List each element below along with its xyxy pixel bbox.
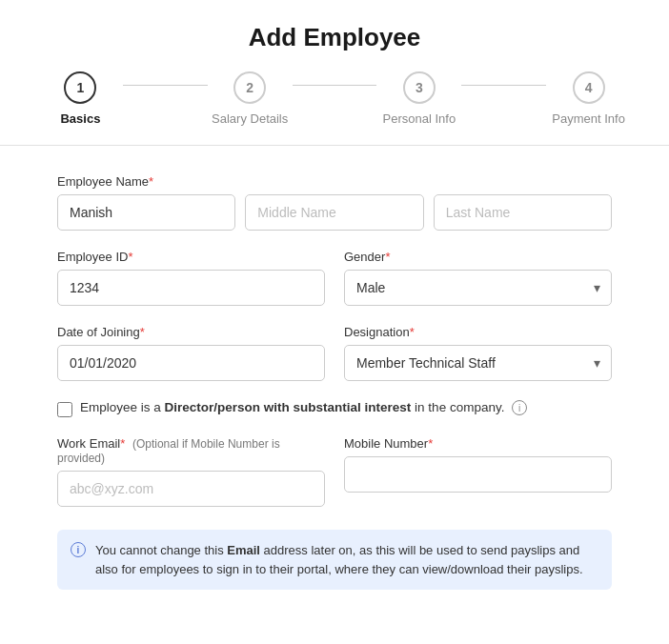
step-4-label: Payment Info xyxy=(552,111,625,126)
mobile-group: Mobile Number* xyxy=(344,436,612,507)
doj-label: Date of Joining* xyxy=(57,325,325,339)
step-line-1 xyxy=(123,85,208,86)
designation-label: Designation* xyxy=(344,325,612,339)
name-row xyxy=(57,194,612,231)
gender-group: Gender* Male Female Other xyxy=(344,250,612,306)
section-divider xyxy=(0,145,669,146)
page-title: Add Employee xyxy=(0,0,669,71)
step-line-3 xyxy=(461,85,546,86)
director-checkbox[interactable] xyxy=(57,402,72,417)
step-4-circle: 4 xyxy=(573,71,605,104)
alert-info-icon: i xyxy=(71,542,86,557)
step-1[interactable]: 1 Basics xyxy=(38,71,123,126)
form-body: Employee Name* Employee ID* Gender* Male… xyxy=(0,165,669,609)
step-1-label: Basics xyxy=(60,111,100,126)
step-line-2 xyxy=(293,85,377,86)
step-4[interactable]: 4 Payment Info xyxy=(546,71,631,126)
step-2-circle: 2 xyxy=(233,71,266,104)
last-name-input[interactable] xyxy=(434,194,612,231)
doj-designation-row: Date of Joining* Designation* Member Tec… xyxy=(57,325,612,400)
designation-group: Designation* Member Technical Staff Seni… xyxy=(344,325,612,381)
step-3[interactable]: 3 Personal Info xyxy=(376,71,461,126)
doj-input[interactable] xyxy=(57,345,325,381)
middle-name-input[interactable] xyxy=(245,194,423,231)
director-checkbox-row: Employee is a Director/person with subst… xyxy=(57,400,612,417)
employee-id-group: Employee ID* xyxy=(57,250,325,306)
alert-text: You cannot change this Email address lat… xyxy=(95,541,598,578)
director-checkbox-label: Employee is a Director/person with subst… xyxy=(80,400,527,415)
gender-label: Gender* xyxy=(344,250,612,264)
work-email-label: Work Email* (Optional if Mobile Number i… xyxy=(57,436,325,465)
gender-select-wrapper: Male Female Other xyxy=(344,270,612,306)
doj-group: Date of Joining* xyxy=(57,325,325,381)
email-alert-box: i You cannot change this Email address l… xyxy=(57,530,612,590)
email-mobile-row: Work Email* (Optional if Mobile Number i… xyxy=(57,436,612,526)
step-2[interactable]: 2 Salary Details xyxy=(208,71,293,126)
step-1-circle: 1 xyxy=(64,71,96,104)
designation-select[interactable]: Member Technical Staff Senior Engineer M… xyxy=(344,345,612,381)
step-3-circle: 3 xyxy=(403,71,436,104)
mobile-input[interactable] xyxy=(344,456,612,493)
id-gender-row: Employee ID* Gender* Male Female Other xyxy=(57,250,612,325)
work-email-group: Work Email* (Optional if Mobile Number i… xyxy=(57,436,325,507)
required-star: * xyxy=(149,174,153,189)
employee-name-label: Employee Name* xyxy=(57,174,612,189)
gender-select[interactable]: Male Female Other xyxy=(344,270,612,306)
employee-id-label: Employee ID* xyxy=(57,250,325,264)
work-email-input[interactable] xyxy=(57,471,325,507)
step-2-label: Salary Details xyxy=(212,111,288,126)
employee-id-input[interactable] xyxy=(57,270,325,306)
first-name-input[interactable] xyxy=(57,194,235,231)
step-3-label: Personal Info xyxy=(383,111,456,126)
stepper: 1 Basics 2 Salary Details 3 Personal Inf… xyxy=(0,71,669,145)
employee-name-group: Employee Name* xyxy=(57,174,612,231)
director-info-icon[interactable]: i xyxy=(512,400,527,415)
designation-select-wrapper: Member Technical Staff Senior Engineer M… xyxy=(344,345,612,381)
mobile-label: Mobile Number* xyxy=(344,436,612,451)
